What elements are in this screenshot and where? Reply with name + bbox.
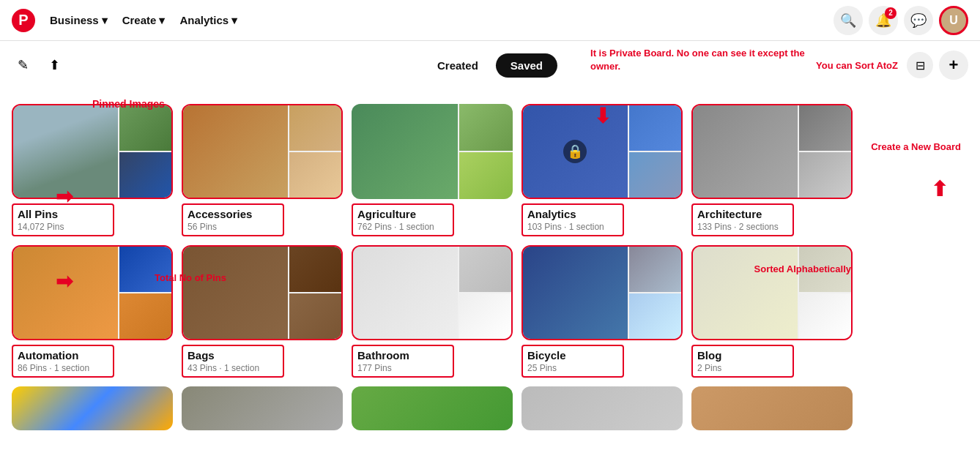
upload-button[interactable]: ⬆ — [43, 51, 66, 79]
nav-business[interactable]: Business ▾ — [50, 14, 108, 27]
add-board-button[interactable]: + — [939, 50, 968, 80]
private-arrow-down: ⬇ — [594, 104, 611, 128]
header-right: 🔍 🔔 2 💬 U — [834, 6, 968, 35]
board-bathroom-images — [352, 245, 513, 340]
board-bicycle-side-imgs — [629, 247, 681, 339]
board-architecture-main-img — [693, 105, 798, 198]
board-bags-info: Bags 43 Pins · 1 section — [182, 345, 284, 378]
board-architecture-images — [691, 104, 853, 199]
partial-board-5[interactable] — [691, 386, 853, 430]
tab-saved[interactable]: Saved — [496, 53, 557, 78]
board-blog-title: Blog — [697, 349, 788, 362]
board-analytics-side-imgs — [629, 105, 681, 198]
tab-created[interactable]: Created — [423, 53, 493, 78]
board-bicycle[interactable]: Bicycle 25 Pins — [521, 245, 683, 378]
board-bicycle-info: Bicycle 25 Pins — [521, 345, 624, 378]
board-blog-info: Blog 2 Pins — [691, 345, 794, 378]
toolbar-right: It is Private Board. No one can see it e… — [590, 47, 968, 83]
board-bathroom-side-imgs — [459, 247, 511, 339]
board-accessories-images — [182, 104, 343, 199]
board-bags-title: Bags — [188, 349, 278, 362]
partial-board-1[interactable] — [12, 386, 173, 430]
header: P Business ▾ Create ▾ Analytics ▾ 🔍 🔔 2 … — [0, 0, 980, 41]
sort-button[interactable]: ⊟ — [907, 52, 933, 78]
board-analytics-meta: 103 Pins · 1 section — [527, 222, 618, 232]
board-accessories-meta: 56 Pins — [188, 222, 278, 232]
pinterest-logo[interactable]: P — [12, 9, 35, 32]
board-agriculture-info: Agriculture 762 Pins · 1 section — [352, 203, 454, 236]
notification-badge: 2 — [885, 7, 897, 19]
board-automation-title: Automation — [18, 349, 108, 362]
chat-icon: 💬 — [910, 12, 927, 29]
nav-create[interactable]: Create ▾ — [122, 14, 166, 27]
pinned-images-annotation: Pinned Images — [92, 98, 165, 110]
nav-analytics[interactable]: Analytics ▾ — [179, 14, 237, 27]
lock-icon: 🔒 — [563, 140, 587, 163]
board-architecture-side-imgs — [799, 105, 851, 198]
board-bags-meta: 43 Pins · 1 section — [188, 363, 278, 373]
board-all-pins[interactable]: All Pins 14,072 Pins — [12, 104, 173, 236]
board-bathroom-main-img — [353, 247, 458, 339]
sort-atoz-annotation: You can Sort AtoZ — [816, 60, 898, 71]
board-blog-side-imgs — [799, 247, 851, 339]
partial-board-2[interactable] — [182, 386, 343, 430]
board-analytics-info: Analytics 103 Pins · 1 section — [521, 203, 624, 236]
board-blog-images — [691, 245, 853, 340]
boards-row-partial — [12, 386, 968, 430]
tabs-container: Created Saved — [423, 53, 557, 78]
board-bicycle-title: Bicycle — [527, 349, 618, 362]
board-bags-side-imgs — [289, 247, 341, 339]
search-button[interactable]: 🔍 — [834, 6, 863, 35]
board-all-pins-images — [12, 104, 173, 199]
board-accessories-info: Accessories 56 Pins — [182, 203, 284, 236]
board-architecture-meta: 133 Pins · 2 sections — [697, 222, 788, 232]
board-accessories-title: Accessories — [188, 208, 278, 220]
board-automation-images — [12, 245, 173, 340]
notifications-button[interactable]: 🔔 2 — [869, 6, 898, 35]
sort-icon: ⊟ — [916, 59, 925, 72]
board-automation[interactable]: Automation 86 Pins · 1 section — [12, 245, 173, 378]
board-bathroom[interactable]: Bathroom 177 Pins — [352, 245, 513, 378]
board-bicycle-meta: 25 Pins — [527, 363, 618, 373]
board-accessories[interactable]: Accessories 56 Pins — [182, 104, 343, 236]
allpins-arrow: ➡ — [56, 269, 73, 293]
board-agriculture-main-img — [352, 104, 458, 199]
new-board-annotation: Create a New Board — [871, 141, 961, 154]
user-avatar[interactable]: U — [939, 6, 968, 35]
edit-button[interactable]: ✎ — [12, 51, 34, 79]
board-agriculture[interactable]: Agriculture 762 Pins · 1 section — [352, 104, 513, 236]
first-board-arrow: ➡ — [56, 184, 73, 209]
board-analytics-title: Analytics — [527, 208, 618, 220]
board-bathroom-meta: 177 Pins — [357, 363, 448, 373]
board-architecture-title: Architecture — [697, 208, 788, 220]
board-bicycle-main-img — [523, 247, 628, 339]
board-automation-meta: 86 Pins · 1 section — [18, 363, 108, 373]
private-board-annotation: It is Private Board. No one can see it e… — [590, 47, 810, 73]
board-architecture-info: Architecture 133 Pins · 2 sections — [691, 203, 794, 236]
header-left: P Business ▾ Create ▾ Analytics ▾ — [12, 9, 237, 32]
board-bags[interactable]: Bags 43 Pins · 1 section — [182, 245, 343, 378]
board-bathroom-info: Bathroom 177 Pins — [352, 345, 454, 378]
board-accessories-main-img — [183, 105, 288, 198]
board-bags-images — [182, 245, 343, 340]
board-agriculture-images — [352, 104, 513, 199]
partial-board-4[interactable] — [521, 386, 683, 430]
edit-icon: ✎ — [18, 57, 29, 73]
board-bicycle-images — [521, 245, 683, 340]
add-icon: + — [949, 56, 959, 75]
sorted-alpha-annotation: Sorted Alphabetically — [754, 263, 851, 274]
board-agriculture-title: Agriculture — [357, 208, 448, 220]
toolbar: ✎ ⬆ Created Saved It is Private Board. N… — [0, 41, 980, 89]
board-accessories-side-imgs — [289, 105, 341, 198]
board-all-pins-side-imgs — [119, 105, 171, 198]
main-content: Pinned Images ➡ ➡ Total No of Pins ⬇ Sor… — [0, 104, 980, 442]
upload-icon: ⬆ — [49, 57, 60, 73]
board-all-pins-title: All Pins — [18, 208, 108, 220]
board-bathroom-title: Bathroom — [357, 349, 448, 362]
board-blog-main-img — [693, 247, 798, 339]
board-automation-side-imgs — [119, 247, 171, 339]
board-architecture[interactable]: Architecture 133 Pins · 2 sections — [691, 104, 853, 236]
board-agriculture-side-imgs — [459, 104, 513, 199]
messages-button[interactable]: 💬 — [904, 6, 933, 35]
partial-board-3[interactable] — [352, 386, 513, 430]
